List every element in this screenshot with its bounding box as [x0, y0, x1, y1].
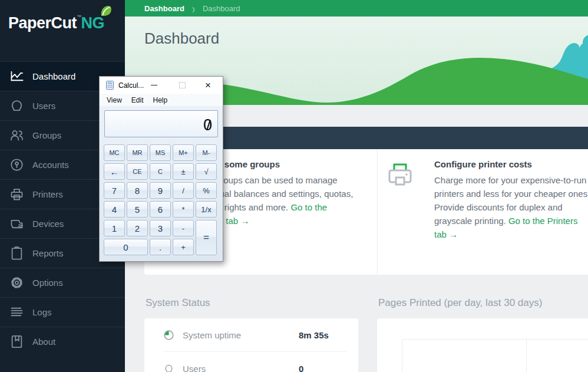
calc-button-3[interactable]: 3	[150, 220, 171, 236]
breadcrumb-chevron-icon: ›	[192, 1, 195, 16]
calc-button-7[interactable]: 7	[104, 182, 125, 199]
logs-icon	[9, 304, 25, 320]
users-count-label: Users	[183, 364, 206, 372]
calculator-display: 0	[104, 110, 218, 137]
sidebar-item-label: About	[32, 337, 55, 347]
status-row-users: Users 0	[144, 352, 358, 372]
close-button[interactable]: ×	[200, 77, 216, 94]
calc-button-mplus[interactable]: M+	[173, 144, 194, 161]
calculator-titlebar[interactable]: Calcul... ×	[100, 77, 223, 94]
dashboard-icon	[9, 68, 25, 84]
sidebar-item-label: Dashboard	[32, 71, 75, 81]
status-row-uptime: System uptime 8m 35s	[144, 318, 358, 351]
papercut-logo: PaperCut™NG	[8, 14, 104, 32]
calc-button-8[interactable]: 8	[127, 182, 148, 199]
sidebar-item-label: Devices	[32, 219, 64, 229]
calc-button-backspace[interactable]: ←	[104, 163, 125, 180]
chart-gridline	[526, 340, 527, 372]
sidebar-item-options[interactable]: Options	[0, 268, 125, 297]
breadcrumb-dashboard-link[interactable]: Dashboard	[144, 4, 184, 13]
sidebar-item-label: Printers	[32, 189, 63, 199]
calc-button-4[interactable]: 4	[104, 201, 125, 218]
breadcrumb-current: Dashboard	[203, 4, 240, 13]
calc-button-reciprocal[interactable]: 1/x	[196, 201, 217, 218]
printer-costs-title: Configure printer costs	[434, 159, 588, 169]
breadcrumb-bar: Dashboard › Dashboard	[125, 0, 588, 17]
calc-button-2[interactable]: 2	[127, 220, 148, 236]
calc-button-multiply[interactable]: *	[173, 201, 194, 218]
calc-button-ms[interactable]: MS	[150, 144, 171, 161]
calc-button-6[interactable]: 6	[150, 201, 171, 218]
leaf-logo-icon	[99, 5, 113, 19]
devices-icon	[9, 216, 25, 232]
system-status-heading: System Status	[146, 297, 210, 309]
calc-button-ce[interactable]: CE	[127, 163, 148, 180]
system-status-card: System uptime 8m 35s Users 0	[144, 318, 358, 372]
sidebar-item-about[interactable]: About	[0, 327, 125, 356]
calc-button-divide[interactable]: /	[173, 182, 194, 199]
calc-button-plus[interactable]: +	[173, 239, 194, 255]
calculator-app-icon	[105, 81, 114, 90]
reports-icon	[9, 245, 25, 261]
sidebar-item-label: Logs	[32, 307, 52, 317]
sidebar-item-label: Options	[32, 278, 63, 288]
calc-button-5[interactable]: 5	[127, 201, 148, 218]
printers-icon	[9, 186, 25, 202]
calc-button-0[interactable]: 0	[104, 239, 148, 255]
minimize-button[interactable]	[146, 77, 162, 94]
sidebar-item-label: Reports	[32, 248, 64, 258]
calculator-window: Calcul... × View Edit Help 0 MC MR MS M+…	[99, 76, 223, 262]
calc-button-mc[interactable]: MC	[104, 144, 125, 161]
options-gear-icon	[9, 275, 25, 291]
calc-button-negate[interactable]: ±	[173, 163, 194, 180]
menu-help[interactable]: Help	[148, 95, 172, 106]
minimize-icon	[151, 85, 157, 85]
pages-printed-card	[377, 318, 588, 372]
printer-costs-card: Configure printer costs Charge more for …	[434, 159, 588, 241]
calculator-menubar: View Edit Help	[100, 94, 223, 106]
printer-costs-icon	[386, 162, 414, 190]
printer-costs-body: Charge more for your expensive-to-run pr…	[434, 173, 588, 241]
calc-button-minus[interactable]: -	[173, 220, 194, 236]
calc-button-mr[interactable]: MR	[127, 144, 148, 161]
calc-button-percent[interactable]: %	[196, 182, 217, 199]
sidebar-item-label: Users	[32, 101, 55, 111]
calc-button-9[interactable]: 9	[150, 182, 171, 199]
panel-divider	[377, 149, 378, 275]
accounts-icon	[9, 157, 25, 173]
calc-button-equals[interactable]: =	[196, 220, 217, 255]
uptime-label: System uptime	[183, 330, 241, 340]
about-icon	[9, 334, 25, 350]
uptime-clock-icon	[163, 330, 174, 341]
calc-button-mminus[interactable]: M-	[196, 144, 217, 161]
calc-button-decimal[interactable]: .	[150, 239, 171, 255]
sidebar-item-logs[interactable]: Logs	[0, 297, 125, 327]
calc-button-c[interactable]: C	[150, 163, 171, 180]
uptime-value: 8m 35s	[299, 330, 329, 340]
sidebar-item-label: Accounts	[32, 160, 69, 170]
menu-edit[interactable]: Edit	[127, 95, 148, 106]
sidebar-item-label: Groups	[32, 130, 61, 140]
menu-view[interactable]: View	[102, 95, 127, 106]
groups-icon	[9, 127, 25, 143]
maximize-button[interactable]	[174, 77, 190, 94]
users-icon	[163, 363, 174, 372]
calculator-keypad: MC MR MS M+ M- ← CE C ± √ 7 8 9 / % 4 5 …	[104, 144, 223, 255]
calc-button-1[interactable]: 1	[104, 220, 125, 236]
users-icon	[9, 98, 25, 114]
calc-button-sqrt[interactable]: √	[196, 163, 217, 180]
users-count-value: 0	[299, 364, 303, 372]
maximize-icon	[179, 82, 186, 88]
pages-printed-heading: Pages Printed (per day, last 30 days)	[378, 297, 542, 309]
calculator-window-title: Calcul...	[118, 81, 144, 90]
pages-printed-chart-area	[402, 339, 588, 372]
